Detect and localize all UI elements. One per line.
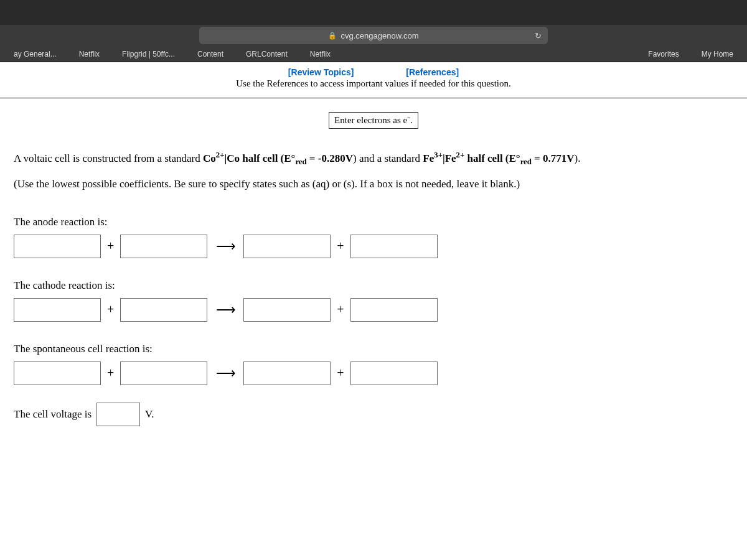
anode-reactant-2[interactable] [120,235,207,258]
anode-label: The anode reaction is: [0,200,747,235]
references-link[interactable]: [References] [406,67,459,77]
spontaneous-equation: + ⟶ + [0,362,747,390]
hint-box: Enter electrons as eˉ. [329,112,418,129]
spont-product-2[interactable] [350,362,438,385]
anode-product-1[interactable] [243,235,331,258]
bookmarks-bar: ay General... Netflix Flipgrid | 50ffc..… [0,46,747,62]
spont-reactant-1[interactable] [14,362,101,385]
arrow-icon: ⟶ [214,365,237,381]
cathode-product-2[interactable] [350,298,438,322]
cathode-label: The cathode reaction is: [0,263,747,298]
anode-equation: + ⟶ + [0,235,747,263]
plus-sign: + [337,366,344,380]
review-topics-link[interactable]: [Review Topics] [288,67,354,77]
spontaneous-label: The spontaneous cell reaction is: [0,327,747,362]
url-text: cvg.cengagenow.com [341,31,418,40]
plus-sign: + [337,239,344,253]
bookmark-general[interactable]: ay General... [2,47,68,61]
arrow-icon: ⟶ [214,238,237,254]
sub-instruction: Use the References to access important v… [0,78,747,98]
anode-product-2[interactable] [350,235,438,258]
spont-product-1[interactable] [243,362,331,385]
voltage-row: The cell voltage is V. [0,390,747,431]
anode-reactant-1[interactable] [14,235,101,258]
voltage-input[interactable] [96,403,140,426]
voltage-unit: V. [145,408,154,421]
tab-strip [0,0,747,25]
address-bar[interactable]: 🔒 cvg.cengagenow.com ↻ [199,27,548,44]
lock-icon: 🔒 [328,32,337,40]
bookmark-grlcontent[interactable]: GRLContent [235,47,299,61]
bookmark-netflix[interactable]: Netflix [68,47,111,61]
bookmark-myhome[interactable]: My Home [690,47,745,61]
plus-sign: + [337,302,344,317]
voltage-label: The cell voltage is [14,408,92,421]
refresh-icon[interactable]: ↻ [535,31,542,40]
plus-sign: + [107,366,114,380]
bookmark-content[interactable]: Content [186,47,235,61]
bookmark-netflix2[interactable]: Netflix [299,47,342,61]
spont-reactant-2[interactable] [120,362,207,385]
cathode-equation: + ⟶ + [0,298,747,327]
plus-sign: + [107,239,114,253]
bookmark-flipgrid[interactable]: Flipgrid | 50ffc... [111,47,186,61]
cathode-reactant-2[interactable] [120,298,207,322]
top-links: [Review Topics] [References] [0,62,747,78]
cathode-product-1[interactable] [243,298,331,322]
question-text: A voltaic cell is constructed from a sta… [0,147,747,195]
cathode-reactant-1[interactable] [14,298,101,322]
plus-sign: + [107,302,114,317]
bookmark-favorites[interactable]: Favorites [637,47,690,61]
arrow-icon: ⟶ [214,302,237,318]
page-content: [Review Topics] [References] Use the Ref… [0,62,747,560]
